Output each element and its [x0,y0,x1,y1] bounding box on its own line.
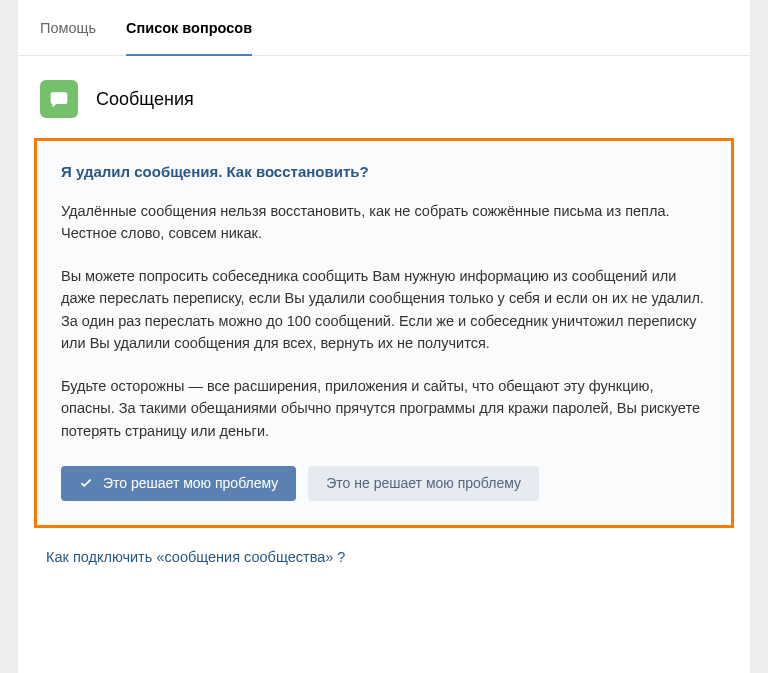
not-solves-button[interactable]: Это не решает мою проблему [308,466,539,501]
page-wrap: Помощь Список вопросов Сообщения Я удали… [18,0,750,673]
answer-paragraph: Удалённые сообщения нельзя восстановить,… [61,200,707,245]
answer-card: Я удалил сообщения. Как восстановить? Уд… [34,138,734,528]
check-icon [79,476,93,490]
section-header: Сообщения [18,56,750,138]
solves-button[interactable]: Это решает мою проблему [61,466,296,501]
not-solves-button-label: Это не решает мою проблему [326,475,521,491]
tab-questions[interactable]: Список вопросов [126,0,252,56]
related-questions: Как подключить «сообщения сообщества» ? [18,528,750,586]
answer-actions: Это решает мою проблему Это не решает мо… [61,466,707,501]
section-title: Сообщения [96,89,194,110]
answer-paragraph: Вы можете попросить собеседника сообщить… [61,265,707,355]
related-question-link[interactable]: Как подключить «сообщения сообщества» ? [46,549,345,565]
message-icon [40,80,78,118]
tabs-bar: Помощь Список вопросов [18,0,750,56]
answer-body: Удалённые сообщения нельзя восстановить,… [61,200,707,442]
answer-title: Я удалил сообщения. Как восстановить? [61,163,707,180]
solves-button-label: Это решает мою проблему [103,475,278,491]
tab-help[interactable]: Помощь [40,0,96,55]
answer-paragraph: Будьте осторожны — все расширения, прило… [61,375,707,442]
